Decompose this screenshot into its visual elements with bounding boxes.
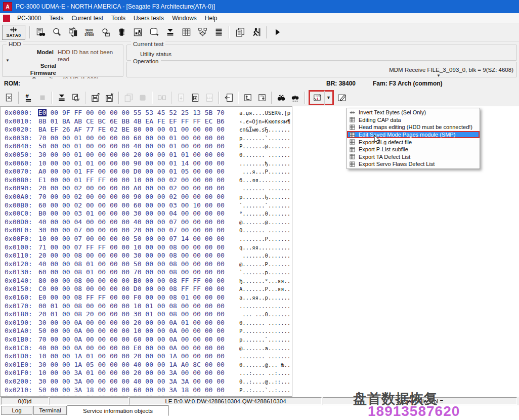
import-from-file-icon[interactable] [188, 91, 202, 105]
hex-ascii[interactable]: p.......ђ....... [239, 194, 290, 200]
hex-bytes[interactable]: E0 00 00 08 FF FF 00 00 F0 00 00 08 01 0… [38, 293, 225, 302]
hex-editor[interactable]: E0 0x0000:E0 00 9F FF 00 00 00 00 55 53 … [0, 106, 292, 397]
hex-ascii[interactable]: б...яя.......... [239, 177, 290, 183]
hex-ascii[interactable]: 0....... ....... [239, 227, 290, 233]
hex-bytes[interactable]: 10 00 00 1A 01 00 00 00 20 00 00 1A 00 0… [38, 352, 225, 360]
hex-bytes[interactable]: 70 00 00 01 00 00 00 00 60 00 00 01 00 0… [38, 134, 225, 142]
tab-log[interactable]: Log [1, 406, 32, 415]
hex-bytes[interactable]: A0 00 00 01 FF 00 00 00 D0 00 00 01 05 0… [38, 167, 225, 176]
numbers-view-icon[interactable] [202, 91, 217, 105]
hex-ascii[interactable]: Ђ.......°...яя.. [239, 278, 290, 284]
funnel-icon[interactable] [162, 25, 178, 40]
hex-row[interactable]: 0x0170:00 01 00 08 00 00 00 00 10 01 00 … [5, 302, 292, 311]
hex-bytes[interactable]: E1 00 00 01 FF FF 00 00 10 00 00 02 00 0… [38, 176, 225, 184]
tab-terminal[interactable]: Terminal [33, 406, 67, 415]
hex-bytes[interactable]: 40 00 00 0A 00 00 00 00 E0 00 00 0A 00 0… [38, 344, 225, 352]
hex-row[interactable]: 0x0090:20 00 00 02 00 00 00 00 A0 00 00 … [5, 184, 292, 193]
hex-row[interactable]: 0x0100:71 00 00 07 FF FF 00 00 10 00 00 … [5, 243, 292, 252]
hex-row[interactable]: 0x0150:C0 00 00 08 00 00 00 00 D0 00 00 … [5, 285, 292, 293]
hex-ascii[interactable]: P............... [239, 328, 290, 334]
hex-bytes[interactable]: 20 00 00 02 00 00 00 00 A0 00 00 02 00 0… [38, 184, 225, 192]
sata0-port-button[interactable]: SATA0 [2, 25, 25, 40]
hex-ascii[interactable]: @.......а....... [239, 345, 290, 351]
export-to-file-icon[interactable] [222, 91, 236, 105]
hex-bytes[interactable]: 10 00 00 01 01 00 00 00 90 00 00 01 14 0… [38, 159, 225, 167]
menu-windows[interactable]: Windows [168, 14, 201, 23]
hex-row[interactable]: 0x0050:30 00 00 01 00 00 00 00 20 00 00 … [5, 151, 292, 159]
operation-expander-icon[interactable]: ▼ [437, 73, 441, 78]
refresh-object-icon[interactable] [69, 91, 83, 105]
menu-pc3000[interactable]: PC-3000 [13, 14, 45, 23]
blocks-icon[interactable] [129, 25, 146, 40]
hex-bytes[interactable]: 70 00 00 02 00 00 00 00 90 00 00 02 00 0… [38, 193, 225, 201]
fill-icon[interactable] [136, 91, 150, 105]
hex-ascii[interactable]: єп&Їwю.ѕЂ....... [239, 127, 290, 133]
save-object-as-icon[interactable] [102, 91, 116, 105]
menu-item-export-ta-defect-list[interactable]: Export TA Defect List [347, 153, 480, 161]
report-icon[interactable] [32, 25, 49, 40]
hex-row[interactable]: 0x01D0:10 00 00 1A 01 00 00 00 20 00 00 … [5, 352, 292, 361]
hex-bytes[interactable]: 71 00 00 07 FF FF 00 00 10 00 00 08 00 0… [38, 243, 225, 251]
hex-row[interactable]: 0x01E0:30 00 00 1A 05 00 00 00 40 00 00 … [5, 361, 292, 369]
hex-bytes[interactable]: 30 00 00 0A 00 00 00 00 20 00 00 0A 01 0… [38, 319, 225, 327]
hex-row[interactable]: 0x00F0:10 00 00 07 00 00 00 00 50 00 00 … [5, 235, 292, 243]
hex-row[interactable]: 0x00B0:60 00 00 02 00 00 00 00 60 00 00 … [5, 201, 292, 210]
hex-row[interactable]: 0x0120:40 00 00 08 01 00 00 00 50 00 00 … [5, 260, 292, 269]
menu-tools[interactable]: Tools [107, 14, 129, 23]
hex-row[interactable]: 0x0190:30 00 00 0A 00 00 00 00 20 00 00 … [5, 319, 292, 327]
settings-save-icon[interactable] [97, 25, 113, 40]
table-grid-icon[interactable] [178, 25, 194, 40]
hex-row[interactable]: 0x01C0:40 00 00 0A 00 00 00 00 E0 00 00 … [5, 344, 292, 353]
menu-users-tests[interactable]: Users tests [129, 14, 168, 23]
hex-ascii[interactable]: 0....... ....... [239, 320, 290, 326]
hex-ascii[interactable]: ‹.є«Ојn»Kкюпяям¶ [239, 118, 290, 124]
menu-item-editing-cap-data[interactable]: Editing CAP data [347, 116, 480, 124]
hex-row[interactable]: 0x0070:A0 00 00 01 FF 00 00 00 D0 00 00 … [5, 167, 292, 176]
edit-mode-icon[interactable] [335, 91, 349, 105]
find-icon[interactable] [274, 91, 288, 105]
find-next-icon[interactable] [288, 91, 302, 105]
hex-bytes[interactable]: 50 00 00 0A 00 00 00 00 10 00 00 0A 00 0… [38, 327, 225, 335]
hex-row[interactable]: 0x00E0:30 00 00 07 00 00 00 00 20 00 00 … [5, 226, 292, 235]
hex-ascii[interactable]: 0.......@... Њ.. [239, 362, 290, 368]
hex-ascii[interactable]: а.џя....USER%.[p [239, 110, 290, 116]
title-bar[interactable]: A PC-3000 UDMA-E - NORTH AMERICA - [Seag… [0, 0, 519, 13]
database-icon[interactable] [146, 25, 162, 40]
device-switch-icon[interactable] [65, 25, 81, 40]
hex-bytes[interactable]: C0 00 00 08 00 00 00 00 D0 00 00 08 FF F… [38, 285, 225, 293]
hex-bytes[interactable]: BA EF 26 AF 77 FE 02 BE 80 00 00 01 00 0… [38, 125, 225, 134]
hex-bytes[interactable]: 10 00 00 3A 01 00 00 00 20 00 00 3A 00 0… [38, 369, 225, 377]
hex-ascii[interactable]: `.......p....... [239, 269, 290, 275]
close-object-icon[interactable] [2, 91, 16, 105]
menu-item-export-plist-subfile[interactable]: Export P-List subfile [347, 146, 480, 153]
save-object-icon[interactable] [88, 91, 102, 105]
hex-row[interactable]: 0x00A0:70 00 00 02 00 00 00 00 90 00 00 … [5, 193, 292, 201]
hex-ascii[interactable]: ....... ....... [239, 185, 290, 191]
hex-ascii[interactable]: ........ђ....... [239, 160, 290, 166]
magnifier-icon[interactable] [49, 25, 65, 40]
hex-bytes[interactable]: 10 00 00 07 00 00 00 00 50 00 00 07 14 0… [38, 235, 225, 243]
hex-bytes[interactable]: 80 00 00 08 00 00 00 00 B0 00 00 08 FF F… [38, 277, 225, 285]
hex-row[interactable]: 0x01F0:10 00 00 3A 01 00 00 00 20 00 00 … [5, 369, 292, 377]
hex-row[interactable]: 0x0130:60 00 00 08 01 00 00 00 70 00 00 … [5, 268, 292, 277]
stop-icon[interactable] [35, 91, 50, 105]
chip-icon[interactable] [113, 25, 129, 40]
menu-item-invert-text-bytes[interactable]: Invert Text Bytes (Sel Only) [347, 109, 480, 116]
hex-ascii[interactable]: q...яя.......... [239, 244, 290, 250]
hex-ascii[interactable]: p.......`....... [239, 135, 290, 141]
hex-bytes[interactable]: 60 00 00 08 01 00 00 00 70 00 00 08 00 0… [38, 268, 225, 276]
copy-pages-icon[interactable] [232, 25, 248, 40]
hex-ascii[interactable]: ........P....... [239, 236, 290, 242]
hex-ascii[interactable]: ........ ....... [239, 353, 290, 359]
hex-bytes[interactable]: E0 00 9F FF 00 00 00 00 55 53 45 52 25 1… [38, 109, 225, 117]
hex-bytes[interactable]: 8B 01 BA AB CE BC 6E BB 4B EA FE EF FF F… [38, 117, 225, 125]
hex-ascii[interactable]: ...:.... ..:.... [239, 370, 290, 376]
hex-bytes[interactable]: 60 00 00 02 00 00 00 00 60 00 00 03 00 1… [38, 201, 225, 209]
filter-icon[interactable] [55, 91, 69, 105]
hex-ascii[interactable]: А.......Р...яя.. [239, 286, 290, 292]
menu-current-test[interactable]: Current test [67, 14, 107, 23]
hex-row[interactable]: 0x0000:E0 00 9F FF 00 00 00 00 55 53 45 … [5, 109, 292, 117]
menu-item-head-maps-editing[interactable]: Head maps editing (HDD must be connected… [347, 123, 480, 131]
hex-row[interactable]: 0x0200:30 00 00 3A 00 00 00 00 40 00 00 … [5, 377, 292, 386]
hex-row[interactable]: 0x0210:50 00 00 3A 18 00 00 00 60 00 00 … [5, 386, 292, 395]
